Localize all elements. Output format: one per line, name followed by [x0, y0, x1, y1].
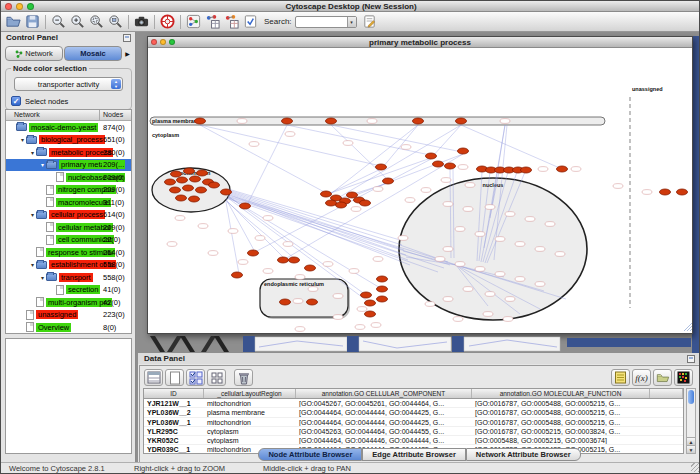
tree-row[interactable]: cell communicat22(0): [6, 234, 131, 247]
tree-row[interactable]: macromolecule311(0): [6, 196, 131, 209]
folder-icon: [46, 161, 57, 169]
tree-row[interactable]: ▾metabolic process280(0): [6, 146, 131, 159]
tree-row-label: mosaic-demo-yeast: [29, 123, 98, 132]
zoom-out-icon[interactable]: [49, 13, 68, 31]
zoom-selected-icon[interactable]: [87, 13, 106, 31]
import-attributes-icon[interactable]: [653, 369, 672, 386]
tree-row[interactable]: nitrogen compou209(0): [6, 184, 131, 197]
table-row[interactable]: YJR121W__1mitochondrion[GO:0045267, GO:0…: [144, 399, 683, 408]
zoom-in-icon[interactable]: [68, 13, 87, 31]
matrix-icon[interactable]: [674, 369, 693, 386]
attribute-table[interactable]: ID_cellularLayoutRegionannotation.GO CEL…: [143, 388, 684, 454]
scrollbar-thumb[interactable]: [688, 390, 694, 404]
tree-row-node-count: 614(0): [102, 210, 126, 219]
delete-attribute-icon[interactable]: [234, 369, 253, 386]
search-input[interactable]: ▾: [295, 16, 357, 28]
column-header[interactable]: annotation.GO MOLECULAR_FUNCTION: [472, 389, 650, 398]
main-area: Control Panel Network Mosaic ▶ Node colo…: [1, 32, 700, 464]
tab-node-attribute-browser[interactable]: Node Attribute Browser: [258, 448, 362, 461]
network-table-red-icon[interactable]: [222, 13, 241, 31]
network-overview-icon[interactable]: [184, 13, 203, 31]
select-nodes-row: ✓ Select nodes: [11, 96, 68, 106]
tree-row-node-count: 223(0): [102, 310, 126, 319]
search-dropdown-icon[interactable]: ▾: [347, 17, 356, 27]
tree-row[interactable]: ▾biological_process651(0): [6, 134, 131, 147]
select-attributes-icon[interactable]: [186, 369, 205, 386]
expander-icon[interactable]: ▾: [19, 136, 26, 143]
snapshot-icon[interactable]: [132, 13, 151, 31]
network-tree: Network Nodes mosaic-demo-yeast874(0)▾bi…: [5, 109, 132, 334]
node-color-dropdown[interactable]: transporter activity ▲▼: [14, 77, 123, 91]
app-window: Cytoscape Desktop (New Session) Search: …: [0, 0, 700, 474]
network-view-window[interactable]: primary metabolic process plasma membran…: [147, 36, 693, 334]
scroll-up-icon[interactable]: ▲: [687, 437, 695, 445]
tree-row[interactable]: nucleobase-cont209(0): [6, 171, 131, 184]
network-table-blue-icon[interactable]: [203, 13, 222, 31]
tab-overflow-icon[interactable]: ▶: [123, 46, 132, 61]
tree-row-node-count: 311(0): [102, 198, 125, 207]
table-cell: [GO:0044464, GO:0044444, GO:0044425, G..…: [296, 408, 472, 416]
expander-icon[interactable]: ▾: [29, 149, 36, 156]
column-header[interactable]: _cellularLayoutRegion: [204, 389, 296, 398]
control-panel: Control Panel Network Mosaic ▶ Node colo…: [1, 32, 136, 464]
table-row[interactable]: YLR295Ccytoplasm[GO:0045263, GO:0044464,…: [144, 427, 683, 436]
tree-row[interactable]: cellular metabol209(0): [6, 221, 131, 234]
file-icon: [56, 172, 64, 182]
function-builder-icon[interactable]: f(x): [632, 369, 651, 386]
table-row[interactable]: YPL036W__1mitochondrion[GO:0044464, GO:0…: [144, 418, 683, 427]
tree-row[interactable]: ▾establishment of lo558(0): [6, 259, 131, 272]
expander-icon[interactable]: ▾: [39, 274, 46, 281]
network-canvas[interactable]: plasma membranecytoplasmmitochondrionnuc…: [148, 48, 692, 333]
tree-row[interactable]: ▾primary metabolic209(...: [6, 159, 131, 172]
expander-icon[interactable]: ▾: [29, 211, 36, 218]
table-cell: YJR121W__1: [144, 399, 204, 407]
table-row[interactable]: YPL036W__2plasma membrane[GO:0044464, GO…: [144, 408, 683, 417]
attribute-table-icon[interactable]: [144, 369, 163, 386]
attribute-list-icon[interactable]: [611, 369, 630, 386]
table-cell: cytoplasm: [204, 427, 296, 435]
tree-row-node-count: 8(0): [102, 323, 117, 332]
new-attribute-icon[interactable]: [165, 369, 184, 386]
tree-row[interactable]: ▾cellular process614(0): [6, 209, 131, 222]
expander-icon[interactable]: ▾: [39, 161, 46, 168]
table-cell: YKR052C: [144, 436, 204, 444]
svg-text:endoplasmic reticulum: endoplasmic reticulum: [264, 281, 324, 287]
tree-row[interactable]: secretion41(0): [6, 284, 131, 297]
table-scrollbar[interactable]: ▲ ▼: [686, 388, 696, 454]
open-icon[interactable]: [4, 13, 23, 31]
tree-header[interactable]: Network Nodes: [6, 110, 131, 121]
table-row[interactable]: YKR052Ccytoplasm[GO:0044464, GO:0044446,…: [144, 436, 683, 445]
select-nodes-checkbox[interactable]: ✓: [11, 96, 21, 106]
table-cell: YPL036W__1: [144, 418, 204, 426]
page-check-icon[interactable]: [241, 13, 260, 31]
resize-grip-icon[interactable]: [691, 463, 700, 472]
group-title: Node color selection: [11, 64, 89, 73]
zoom-fit-icon[interactable]: [106, 13, 125, 31]
column-header[interactable]: ID: [144, 389, 204, 398]
tree-row[interactable]: mosaic-demo-yeast874(0): [6, 121, 131, 134]
annotation-icon[interactable]: [360, 13, 379, 31]
tab-edge-attribute-browser[interactable]: Edge Attribute Browser: [362, 448, 465, 461]
network-window-titlebar[interactable]: primary metabolic process: [148, 37, 692, 48]
folder-icon: [46, 273, 57, 281]
float-data-panel-icon[interactable]: [687, 355, 695, 363]
column-header[interactable]: annotation.GO CELLULAR_COMPONENT: [296, 389, 472, 398]
table-cell: [GO:0016787, GO:0005488, GO:0005215, G..…: [472, 399, 650, 407]
tab-network[interactable]: Network: [5, 46, 63, 61]
save-icon[interactable]: [23, 13, 42, 31]
float-panel-icon[interactable]: [123, 34, 131, 42]
tree-row[interactable]: response to stimulu264(0): [6, 246, 131, 259]
tab-mosaic[interactable]: Mosaic: [64, 46, 122, 61]
tree-row[interactable]: Overview8(0): [6, 321, 131, 334]
tree-row[interactable]: unassigned223(0): [6, 309, 131, 322]
unselect-attributes-icon[interactable]: [207, 369, 226, 386]
tree-row[interactable]: ▾transport558(0): [6, 271, 131, 284]
tree-row[interactable]: multi-organism pro42(0): [6, 296, 131, 309]
toolbar-separator: [180, 15, 181, 29]
tree-row-node-count: 209(0): [102, 185, 126, 194]
tab-network-attribute-browser[interactable]: Network Attribute Browser: [466, 448, 581, 461]
welcome-text: Welcome to Cytoscape 2.8.1: [9, 464, 105, 473]
file-icon: [46, 197, 54, 207]
expander-icon[interactable]: ▾: [29, 261, 36, 268]
help-icon[interactable]: [158, 13, 177, 31]
